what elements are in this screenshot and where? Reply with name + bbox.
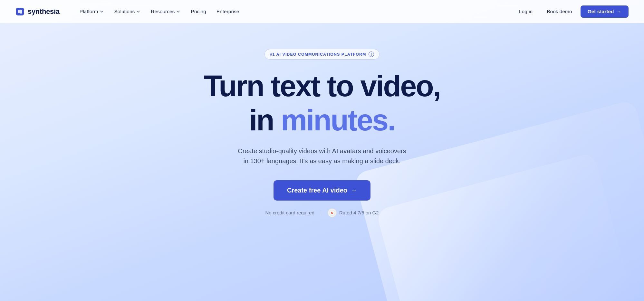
logo-icon bbox=[15, 7, 24, 16]
login-button[interactable]: Log in bbox=[513, 6, 538, 17]
badge-text: #1 AI VIDEO COMMUNICATIONS PLATFORM bbox=[270, 52, 366, 57]
cta-label: Create free AI video bbox=[287, 187, 347, 194]
trust-divider bbox=[321, 210, 321, 216]
hero-title-minutes: minutes. bbox=[281, 104, 395, 136]
g2-icon: G G bbox=[328, 208, 337, 217]
info-icon[interactable]: i bbox=[369, 52, 374, 57]
hero-subtitle: Create studio-quality videos with AI ava… bbox=[235, 146, 409, 166]
hero-section: #1 AI VIDEO COMMUNICATIONS PLATFORM i Tu… bbox=[0, 23, 644, 217]
nav-item-enterprise[interactable]: Enterprise bbox=[212, 6, 244, 17]
svg-rect-0 bbox=[16, 8, 24, 15]
chevron-down-icon bbox=[100, 9, 104, 14]
svg-text:G: G bbox=[331, 212, 333, 214]
g2-logo-icon: G G bbox=[329, 210, 335, 216]
nav-item-platform[interactable]: Platform bbox=[75, 6, 109, 17]
nav-item-pricing[interactable]: Pricing bbox=[186, 6, 210, 17]
nav-right: Log in Book demo Get started → bbox=[513, 5, 629, 18]
hero-badge: #1 AI VIDEO COMMUNICATIONS PLATFORM i bbox=[264, 49, 380, 60]
hero-cta-button[interactable]: Create free AI video → bbox=[274, 180, 370, 201]
hero-title-line2: in minutes. bbox=[249, 105, 395, 136]
logo-link[interactable]: synthesia bbox=[15, 7, 60, 16]
nav-links: Platform Solutions Resources Pricing Ent… bbox=[75, 6, 513, 17]
navbar: synthesia Platform Solutions Resources P… bbox=[0, 0, 644, 23]
nav-item-resources[interactable]: Resources bbox=[146, 6, 185, 17]
no-credit-card-text: No credit card required bbox=[265, 210, 314, 215]
chevron-down-icon bbox=[176, 9, 180, 14]
book-demo-button[interactable]: Book demo bbox=[541, 6, 578, 17]
g2-badge: G G Rated 4.7/5 on G2 bbox=[328, 208, 379, 217]
hero-trust-row: No credit card required G G Rated 4.7/5 … bbox=[265, 208, 379, 217]
nav-item-solutions[interactable]: Solutions bbox=[110, 6, 145, 17]
cta-arrow-icon: → bbox=[351, 187, 357, 194]
get-started-button[interactable]: Get started → bbox=[581, 5, 629, 18]
hero-title-line1: Turn text to video, bbox=[204, 71, 440, 101]
g2-rating-text: Rated 4.7/5 on G2 bbox=[339, 210, 379, 215]
logo-text: synthesia bbox=[28, 7, 60, 16]
chevron-down-icon bbox=[136, 9, 140, 14]
